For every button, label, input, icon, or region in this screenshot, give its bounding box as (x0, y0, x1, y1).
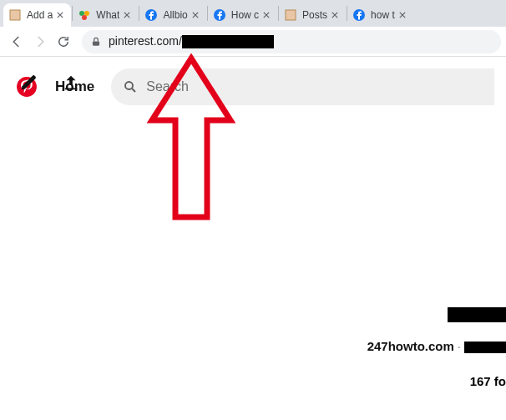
tab-5[interactable]: how t (347, 3, 413, 27)
favicon-facebook-icon (352, 8, 366, 22)
followers-count: 167 fo (470, 374, 506, 388)
edit-icon[interactable] (18, 72, 40, 94)
tab-close-icon[interactable] (121, 12, 133, 18)
tab-0[interactable]: Add a (3, 3, 71, 27)
profile-actions (18, 72, 82, 94)
tab-close-icon[interactable] (190, 12, 201, 18)
redacted-block (464, 342, 506, 353)
lock-icon (90, 36, 102, 48)
favicon-multicolor-icon (78, 8, 91, 22)
tab-close-icon[interactable] (261, 12, 272, 18)
tab-strip: Add a What Allbio How c (0, 0, 506, 27)
tab-close-icon[interactable] (329, 12, 341, 18)
redacted-block (182, 35, 274, 48)
svg-point-2 (84, 11, 89, 16)
tab-title: What (96, 9, 119, 21)
svg-point-3 (82, 15, 87, 20)
svg-rect-8 (93, 41, 99, 45)
favicon-facebook-icon (144, 8, 158, 22)
tab-title: Allbio (163, 9, 187, 21)
back-button[interactable] (5, 30, 28, 53)
tab-close-icon[interactable] (397, 12, 408, 18)
page-content: Home 247howto.com· 167 fo (0, 57, 506, 105)
tab-1[interactable]: What (73, 3, 138, 27)
forward-button[interactable] (28, 30, 52, 53)
reload-button[interactable] (52, 30, 75, 53)
redacted-block (448, 307, 506, 322)
tab-4[interactable]: Posts (279, 3, 346, 27)
svg-point-10 (125, 82, 133, 89)
address-bar[interactable]: pinterest.com/ (82, 30, 501, 53)
upload-icon[interactable] (60, 72, 82, 94)
tab-title: Add a (27, 9, 53, 21)
svg-point-1 (79, 11, 84, 16)
tab-title: how t (371, 9, 395, 21)
tab-title: Posts (302, 9, 327, 21)
favicon-generic-icon (284, 8, 297, 22)
tab-title: How c (231, 9, 259, 21)
svg-rect-0 (10, 10, 20, 20)
profile-site-line: 247howto.com· (367, 339, 506, 353)
favicon-facebook-icon (213, 8, 226, 22)
search-bar[interactable] (111, 68, 494, 105)
favicon-generic-icon (8, 8, 22, 22)
tab-2[interactable]: Allbio (139, 3, 205, 27)
profile-site[interactable]: 247howto.com (367, 339, 454, 353)
toolbar: pinterest.com/ (0, 27, 506, 57)
search-input[interactable] (146, 79, 483, 94)
tab-close-icon[interactable] (54, 12, 66, 18)
url-text: pinterest.com/ (109, 34, 274, 48)
search-icon (123, 79, 138, 94)
svg-rect-6 (286, 10, 296, 20)
tab-3[interactable]: How c (208, 3, 277, 27)
